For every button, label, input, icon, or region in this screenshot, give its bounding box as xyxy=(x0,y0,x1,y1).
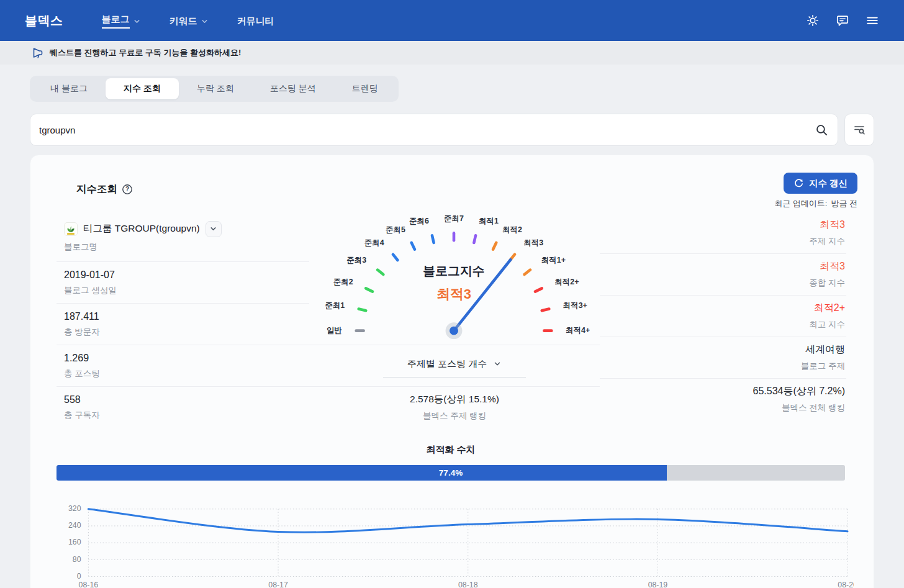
nav-item-2[interactable]: 커뮤니티 xyxy=(237,12,274,30)
gauge-tick xyxy=(412,243,415,250)
stat-label: 총 구독자 xyxy=(64,410,309,421)
app-root: 블덱스 블로그 키워드 커뮤니티 xyxy=(0,0,904,588)
stat-label: 블로그 주제 xyxy=(801,361,845,372)
stat-label: 종합 지수 xyxy=(809,278,845,289)
gauge-level-label: 준최4 xyxy=(364,238,384,247)
visitor-trend-chart: 08016024032008-1608-1708-1808-1908-20 xyxy=(56,499,854,588)
gauge-tick xyxy=(525,270,530,274)
chart-xtick-label: 08-18 xyxy=(458,581,478,588)
stats-column-right: 최적3 주제 지수 최적3 종합 지수 최적2+ 최고 지수 세계여행 블로그 … xyxy=(600,212,846,428)
stat-value: 최적3 xyxy=(820,260,845,273)
stat-value: 2019-01-07 xyxy=(64,269,309,281)
search-icon xyxy=(815,124,828,137)
stat-value: 65.534등(상위 7.2%) xyxy=(753,385,845,398)
gauge-tick xyxy=(359,309,366,311)
main-nav: 블로그 키워드 커뮤니티 xyxy=(102,10,274,31)
gauge-svg: 일반준최1준최2준최3준최4준최5준최6준최7최적1최적2최적3최적1+최적2+… xyxy=(309,212,600,346)
gauge-tick xyxy=(393,255,397,260)
stat-row-right-3: 세계여행 블로그 주제 xyxy=(600,337,846,378)
chart-xtick-label: 08-17 xyxy=(268,581,288,588)
topic-posting-dropdown[interactable]: 주제별 포스팅 개수 xyxy=(383,358,526,378)
chevron-down-icon xyxy=(201,17,209,25)
chevron-down-icon xyxy=(493,360,502,368)
gauge-level-label: 준최7 xyxy=(444,214,464,223)
gauge-tick xyxy=(366,288,373,291)
chart-xtick-label: 08-20 xyxy=(838,581,854,588)
stat-value: 1.269 xyxy=(64,353,309,364)
stat-row-left-3: 1.269 총 포스팅 xyxy=(56,345,309,386)
nav-item-0[interactable]: 블로그 xyxy=(102,10,141,31)
nav-item-label: 커뮤니티 xyxy=(237,16,274,27)
chart-svg: 08016024032008-1608-1708-1808-1908-20 xyxy=(56,499,854,588)
megaphone-icon xyxy=(31,47,43,59)
chart-xtick-label: 08-19 xyxy=(648,581,668,588)
quest-banner-text: 퀘스트를 진행하고 무료로 구독 기능을 활성화하세요! xyxy=(50,47,241,58)
optimization-progress-label: 77.4% xyxy=(56,465,845,481)
stat-value: 558 xyxy=(64,394,309,405)
topic-posting-row: 주제별 포스팅 개수 xyxy=(309,345,600,386)
list-search-icon xyxy=(853,124,866,136)
stat-value: 최적3 xyxy=(820,219,845,232)
stats-column-center: 일반준최1준최2준최3준최4준최5준최6준최7최적1최적2최적3최적1+최적2+… xyxy=(309,212,600,428)
gauge-value: 최적3 xyxy=(436,286,471,302)
stats-grid: 티그룹 TGROUP(tgroupvn) 블로그명 2019-01-07 블로그… xyxy=(56,212,845,428)
tab-0[interactable]: 내 블로그 xyxy=(32,78,106,99)
chart-ytick-label: 0 xyxy=(77,572,81,581)
chart-ytick-label: 320 xyxy=(68,504,81,513)
nav-item-1[interactable]: 키워드 xyxy=(170,12,209,30)
search-button[interactable] xyxy=(810,119,833,141)
index-lookup-panel: 지수조회 ? 지수 갱신 xyxy=(30,155,874,588)
gauge-level-label: 최적3 xyxy=(523,238,543,247)
chart-ytick-label: 80 xyxy=(73,555,81,564)
gauge-tick xyxy=(542,309,549,311)
menu-icon[interactable] xyxy=(866,14,879,27)
topic-ranking-label: 블덱스 주제 랭킹 xyxy=(423,410,486,422)
chevron-down-icon xyxy=(209,225,217,233)
stat-row-left-4: 558 총 구독자 xyxy=(56,386,309,428)
stat-row-right-2: 최적2+ 최고 지수 xyxy=(600,295,846,337)
stat-row-right-1: 최적3 종합 지수 xyxy=(600,253,846,295)
refresh-index-button[interactable]: 지수 갱신 xyxy=(784,173,857,194)
page-content: 내 블로그지수 조회누락 조회포스팅 분석트렌딩 xyxy=(0,65,904,588)
app-logo[interactable]: 블덱스 xyxy=(25,12,63,29)
stat-row-right-0: 최적3 주제 지수 xyxy=(600,212,846,253)
navbar-actions xyxy=(806,14,879,27)
gauge-hub xyxy=(450,327,458,335)
gauge-level-label: 일반 xyxy=(327,326,342,335)
quest-banner[interactable]: 퀘스트를 진행하고 무료로 구독 기능을 활성화하세요! xyxy=(0,41,904,65)
stat-label: 최고 지수 xyxy=(809,319,845,330)
panel-title: 지수조회 xyxy=(76,183,117,196)
panel-header: 지수조회 ? 지수 갱신 xyxy=(47,173,857,209)
tab-3[interactable]: 포스팅 분석 xyxy=(252,78,334,99)
stat-value: 187.411 xyxy=(64,311,309,322)
stat-value: 최적2+ xyxy=(814,302,845,315)
svg-text:?: ? xyxy=(125,186,129,192)
stat-row-blog-name: 티그룹 TGROUP(tgroupvn) 블로그명 xyxy=(56,212,309,261)
sun-icon[interactable] xyxy=(806,14,820,27)
tab-2[interactable]: 누락 조회 xyxy=(179,78,252,99)
topic-posting-dropdown-label: 주제별 포스팅 개수 xyxy=(407,358,487,370)
search-input[interactable] xyxy=(30,114,838,146)
gauge-tick xyxy=(432,235,434,243)
top-navbar: 블덱스 블로그 키워드 커뮤니티 xyxy=(0,0,904,41)
blog-index-gauge: 일반준최1준최2준최3준최4준최5준최6준최7최적1최적2최적3최적1+최적2+… xyxy=(309,212,600,345)
nav-item-label: 블로그 xyxy=(102,14,130,29)
search-history-button[interactable] xyxy=(844,114,874,146)
optimization-section: 최적화 수치 77.4% xyxy=(56,444,845,481)
question-circle-icon[interactable]: ? xyxy=(122,184,133,195)
tab-1[interactable]: 지수 조회 xyxy=(106,78,179,99)
nav-item-label: 키워드 xyxy=(170,16,197,27)
blog-select-button[interactable] xyxy=(206,221,222,237)
gauge-level-label: 준최5 xyxy=(386,225,405,234)
chat-icon[interactable] xyxy=(836,14,849,27)
stats-column-left: 티그룹 TGROUP(tgroupvn) 블로그명 2019-01-07 블로그… xyxy=(56,212,309,428)
blog-name-value: 티그룹 TGROUP(tgroupvn) xyxy=(83,222,200,235)
tab-4[interactable]: 트렌딩 xyxy=(334,78,396,99)
stat-row-left-2: 187.411 총 방문자 xyxy=(56,303,309,345)
gauge-level-label: 최적1+ xyxy=(541,256,566,265)
stat-label: 블덱스 전체 랭킹 xyxy=(782,402,845,414)
chart-ytick-label: 160 xyxy=(68,538,81,546)
blog-avatar xyxy=(64,222,78,236)
gauge-level-label: 준최2 xyxy=(333,278,353,286)
gauge-level-label: 최적2 xyxy=(502,225,522,234)
